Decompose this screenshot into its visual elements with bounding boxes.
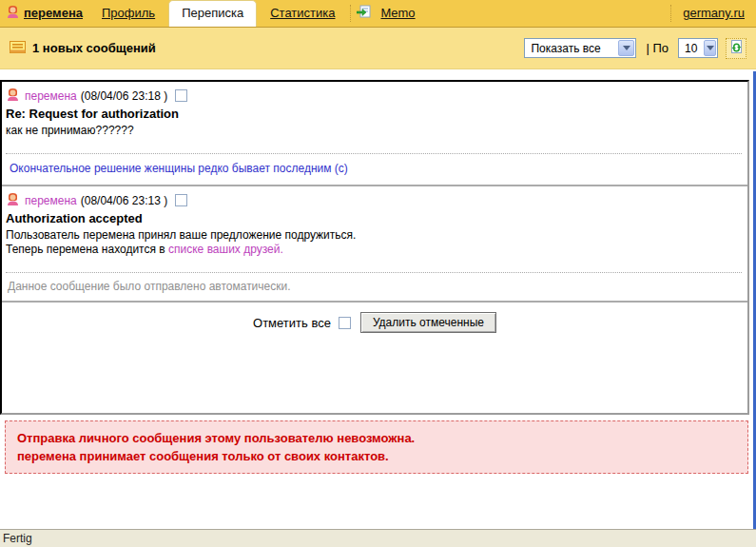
message-select-checkbox[interactable] — [175, 194, 187, 206]
message-subject: Authorization accepted — [6, 211, 742, 225]
nav-separator-right — [670, 5, 671, 22]
message-actions-row: Отметить все Удалить отмеченные — [2, 303, 747, 341]
status-text: Fertig — [3, 532, 32, 545]
refresh-button[interactable] — [726, 38, 746, 59]
user-avatar-icon — [6, 5, 20, 22]
top-navigation-bar: перемена Профиль Переписка Статистика Me… — [0, 0, 756, 28]
message-timestamp: (08/04/06 23:13 ) — [81, 194, 167, 207]
mark-all-checkbox[interactable] — [339, 317, 351, 329]
refresh-icon — [729, 40, 743, 57]
send-restriction-warning: Отправка личного сообщения этому пользов… — [5, 420, 748, 474]
message-body: как не принимаю?????? — [6, 124, 742, 138]
nav-statistics-link[interactable]: Статистика — [270, 6, 335, 20]
sender-signature: Окончательное решение женщины редко быва… — [6, 153, 742, 185]
mark-all-label: Отметить все — [253, 316, 331, 330]
nav-separator — [350, 5, 351, 22]
memo-icon — [357, 5, 371, 21]
per-page-select[interactable]: 10 — [678, 38, 718, 58]
message-item-1: перемена (08/04/06 23:18 ) Re: Request f… — [2, 82, 747, 185]
message-body-line2: Теперь перемена находится в списке ваших… — [6, 243, 742, 257]
warning-line2: перемена принимает сообщения только от с… — [17, 447, 736, 465]
delete-marked-button[interactable]: Удалить отмеченные — [360, 312, 496, 333]
sender-avatar-icon — [6, 192, 20, 209]
nav-profile-link[interactable]: Профиль — [102, 6, 155, 20]
sender-name-link[interactable]: перемена — [25, 194, 77, 207]
show-filter-select[interactable]: Показать все — [524, 38, 636, 58]
nav-germany-ru-link[interactable]: germany.ru — [683, 6, 745, 20]
warning-line1: Отправка личного сообщения этому пользов… — [17, 429, 736, 447]
message-list-panel: перемена (08/04/06 23:18 ) Re: Request f… — [0, 80, 749, 415]
sender-name-link[interactable]: перемена — [25, 89, 77, 103]
messages-toolbar: 1 новых сообщений Показать все | По 10 — [0, 28, 756, 69]
dropdown-arrow-icon — [704, 40, 716, 56]
auto-message-note: Данное сообщение было отправлено автомат… — [6, 272, 742, 301]
nav-memo-link[interactable]: Memo — [380, 6, 415, 20]
message-select-checkbox[interactable] — [175, 89, 187, 102]
tab-correspondence[interactable]: Переписка — [168, 0, 257, 27]
nav-username-link[interactable]: перемена — [24, 6, 83, 20]
new-messages-count: 1 новых сообщений — [32, 41, 156, 55]
show-filter-value: Показать все — [525, 42, 606, 55]
message-item-2: перемена (08/04/06 23:13 ) Authorization… — [2, 186, 747, 301]
message-subject: Re: Request for authorization — [6, 107, 742, 121]
message-body-line1: Пользователь перемена принял ваше предло… — [6, 228, 742, 243]
per-page-label: | По — [646, 41, 669, 55]
per-page-value: 10 — [679, 42, 703, 55]
dropdown-arrow-icon — [618, 40, 634, 56]
browser-status-bar: Fertig — [0, 529, 756, 547]
message-timestamp: (08/04/06 23:18 ) — [81, 89, 167, 103]
sender-avatar-icon — [6, 88, 20, 105]
new-message-icon — [10, 40, 26, 57]
friends-list-link[interactable]: списке ваших друзей. — [168, 243, 283, 256]
